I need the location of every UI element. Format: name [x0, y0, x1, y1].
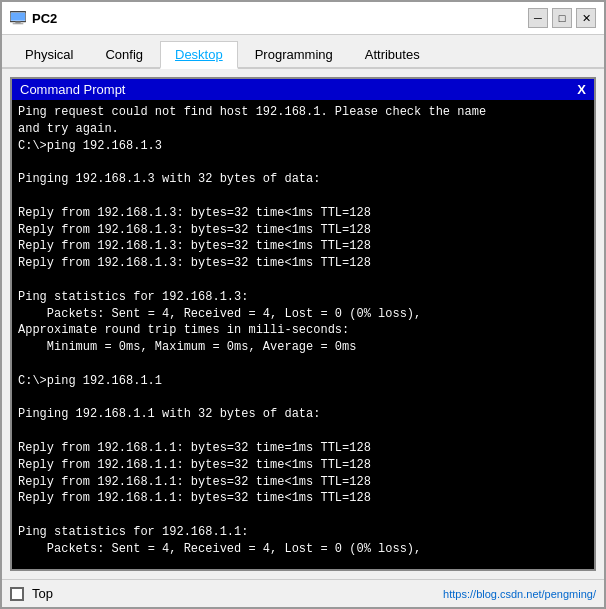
title-bar-left: PC2 — [10, 10, 57, 26]
tab-programming[interactable]: Programming — [240, 41, 348, 69]
svg-rect-1 — [11, 13, 25, 21]
tab-desktop[interactable]: Desktop — [160, 41, 238, 69]
bottom-link: https://blog.csdn.net/pengming/ — [443, 588, 596, 600]
cmd-titlebar: Command Prompt X — [12, 79, 594, 100]
top-label: Top — [32, 586, 53, 601]
window-title: PC2 — [32, 11, 57, 26]
tab-config[interactable]: Config — [90, 41, 158, 69]
title-bar: PC2 ─ □ ✕ — [2, 2, 604, 35]
minimize-button[interactable]: ─ — [528, 8, 548, 28]
tab-bar: PhysicalConfigDesktopProgrammingAttribut… — [2, 35, 604, 69]
app-icon — [10, 10, 26, 26]
title-controls: ─ □ ✕ — [528, 8, 596, 28]
svg-rect-3 — [13, 23, 24, 24]
cmd-close-button[interactable]: X — [577, 82, 586, 97]
close-button[interactable]: ✕ — [576, 8, 596, 28]
tab-attributes[interactable]: Attributes — [350, 41, 435, 69]
cmd-window: Command Prompt X Ping request could not … — [10, 77, 596, 571]
maximize-button[interactable]: □ — [552, 8, 572, 28]
main-window: PC2 ─ □ ✕ PhysicalConfigDesktopProgrammi… — [0, 0, 606, 609]
cmd-title: Command Prompt — [20, 82, 125, 97]
tab-physical[interactable]: Physical — [10, 41, 88, 69]
svg-rect-2 — [15, 22, 20, 24]
cmd-body[interactable]: Ping request could not find host 192.168… — [12, 100, 594, 569]
top-checkbox[interactable] — [10, 587, 24, 601]
bottom-bar: Top https://blog.csdn.net/pengming/ — [2, 579, 604, 607]
content-area: Command Prompt X Ping request could not … — [2, 69, 604, 579]
cmd-content: Ping request could not find host 192.168… — [18, 104, 588, 558]
